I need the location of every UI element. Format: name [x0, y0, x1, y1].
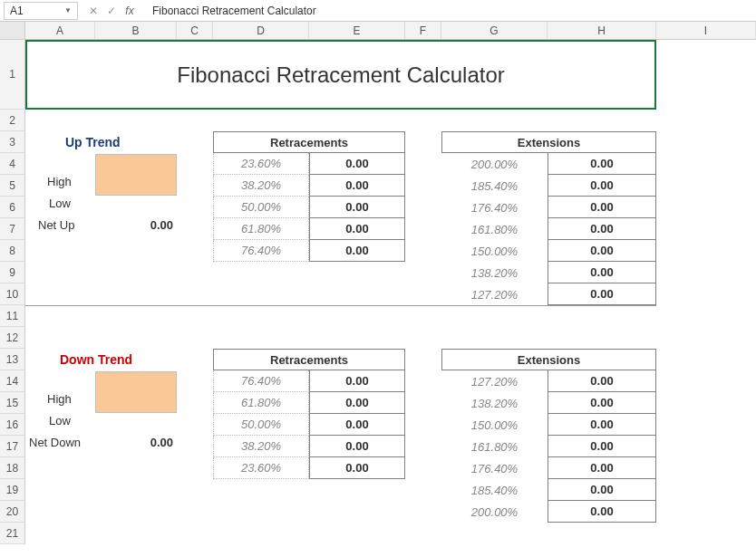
- down-ext-pct: 138.20%: [441, 392, 548, 414]
- col-header[interactable]: G: [441, 22, 548, 39]
- input-high-low-up[interactable]: [95, 154, 177, 196]
- down-ext-val: 0.00: [548, 370, 656, 392]
- row-header[interactable]: 5: [0, 175, 24, 197]
- down-retr-pct: 50.00%: [213, 414, 309, 436]
- extensions-header-up: Extensions: [441, 131, 656, 153]
- row-header[interactable]: 11: [0, 305, 24, 327]
- down-ext-val: 0.00: [548, 479, 656, 501]
- up-ext-val: 0.00: [548, 262, 656, 283]
- row-header[interactable]: 14: [0, 370, 24, 392]
- down-ext-pct: 185.40%: [441, 479, 548, 501]
- row-header[interactable]: 8: [0, 240, 24, 262]
- down-ext-pct: 150.00%: [441, 414, 548, 436]
- down-ext-row: 200.00% 0.00: [441, 501, 656, 523]
- up-retr-pct: 23.60%: [213, 153, 309, 175]
- row-header[interactable]: 18: [0, 457, 24, 479]
- cancel-icon[interactable]: ✕: [85, 3, 102, 19]
- col-header[interactable]: C: [177, 22, 213, 39]
- fx-icon[interactable]: fx: [121, 3, 138, 19]
- label-netup: Net Up: [38, 218, 74, 232]
- formula-input[interactable]: Fibonacci Retracement Calculator: [145, 5, 752, 17]
- up-ext-row: 127.20% 0.00: [441, 283, 656, 305]
- up-ext-val: 0.00: [548, 153, 656, 175]
- col-header[interactable]: H: [548, 22, 656, 39]
- col-header[interactable]: A: [25, 22, 95, 39]
- down-ext-pct: 161.80%: [441, 436, 548, 457]
- down-retr-row: 23.60% 0.00: [213, 457, 405, 479]
- row-header[interactable]: 1: [0, 40, 24, 110]
- up-retr-val: 0.00: [309, 197, 405, 218]
- up-ext-pct: 161.80%: [441, 218, 548, 240]
- row-header[interactable]: 20: [0, 501, 24, 523]
- row-header[interactable]: 17: [0, 436, 24, 457]
- up-retr-val: 0.00: [309, 153, 405, 175]
- row-header[interactable]: 13: [0, 349, 24, 370]
- cells-area[interactable]: Fibonacci Retracement Calculator Up Tren…: [25, 40, 756, 544]
- down-ext-pct: 200.00%: [441, 501, 548, 523]
- down-ext-row: 138.20% 0.00: [441, 392, 656, 414]
- down-retr-row: 61.80% 0.00: [213, 392, 405, 414]
- row-header[interactable]: 9: [0, 262, 24, 283]
- formula-buttons: ✕ ✓ fx: [85, 3, 138, 19]
- down-ext-row: 176.40% 0.00: [441, 457, 656, 479]
- col-header[interactable]: I: [656, 22, 756, 39]
- retracements-header-down: Retracements: [213, 349, 405, 370]
- up-retr-pct: 61.80%: [213, 218, 309, 240]
- col-header[interactable]: B: [95, 22, 177, 39]
- up-ext-row: 150.00% 0.00: [441, 240, 656, 262]
- row-header[interactable]: 21: [0, 523, 24, 544]
- row-header[interactable]: 4: [0, 153, 24, 175]
- row-header[interactable]: 2: [0, 110, 24, 131]
- row-header[interactable]: 7: [0, 218, 24, 240]
- up-trend-title: Up Trend: [65, 135, 121, 149]
- name-box-value: A1: [10, 5, 24, 17]
- down-retr-pct: 23.60%: [213, 457, 309, 479]
- up-retr-row: 50.00% 0.00: [213, 197, 405, 218]
- row-header[interactable]: 12: [0, 327, 24, 349]
- down-retr-row: 38.20% 0.00: [213, 436, 405, 457]
- down-retr-pct: 61.80%: [213, 392, 309, 414]
- up-retr-row: 76.40% 0.00: [213, 240, 405, 262]
- down-ext-val: 0.00: [548, 392, 656, 414]
- up-retr-val: 0.00: [309, 218, 405, 240]
- netdown-value: 0.00: [95, 436, 173, 449]
- up-ext-row: 200.00% 0.00: [441, 153, 656, 175]
- up-ext-row: 138.20% 0.00: [441, 262, 656, 283]
- row-header[interactable]: 16: [0, 414, 24, 436]
- select-all-corner[interactable]: [0, 22, 25, 39]
- col-header[interactable]: D: [213, 22, 309, 39]
- up-ext-val: 0.00: [548, 218, 656, 240]
- label-low-down: Low: [49, 414, 71, 427]
- chevron-down-icon[interactable]: ▼: [64, 6, 72, 14]
- up-retr-pct: 76.40%: [213, 240, 309, 262]
- confirm-icon[interactable]: ✓: [103, 3, 120, 19]
- page-title[interactable]: Fibonacci Retracement Calculator: [25, 40, 656, 110]
- input-high-low-down[interactable]: [95, 371, 177, 413]
- up-retr-val: 0.00: [309, 240, 405, 262]
- up-retr-row: 23.60% 0.00: [213, 153, 405, 175]
- down-ext-val: 0.00: [548, 457, 656, 479]
- up-retr-val: 0.00: [309, 175, 405, 197]
- row-header[interactable]: 15: [0, 392, 24, 414]
- down-ext-val: 0.00: [548, 414, 656, 436]
- down-ext-pct: 176.40%: [441, 457, 548, 479]
- row-header[interactable]: 6: [0, 197, 24, 218]
- up-ext-row: 176.40% 0.00: [441, 197, 656, 218]
- down-ext-val: 0.00: [548, 436, 656, 457]
- up-ext-val: 0.00: [548, 283, 656, 305]
- col-header[interactable]: F: [405, 22, 441, 39]
- row-header[interactable]: 10: [0, 283, 24, 305]
- up-ext-pct: 138.20%: [441, 262, 548, 283]
- formula-bar: A1 ▼ ✕ ✓ fx Fibonacci Retracement Calcul…: [0, 0, 756, 22]
- down-ext-pct: 127.20%: [441, 370, 548, 392]
- up-ext-pct: 200.00%: [441, 153, 548, 175]
- row-header[interactable]: 19: [0, 479, 24, 501]
- retracements-header-up: Retracements: [213, 131, 405, 153]
- row-header[interactable]: 3: [0, 131, 24, 153]
- down-retr-val: 0.00: [309, 370, 405, 392]
- up-ext-row: 185.40% 0.00: [441, 175, 656, 197]
- name-box[interactable]: A1 ▼: [4, 2, 78, 20]
- col-header[interactable]: E: [309, 22, 405, 39]
- row-headers: 1 2 3 4 5 6 7 8 9 10 11 12 13 14 15 16 1…: [0, 40, 25, 544]
- label-high-up: High: [47, 175, 72, 188]
